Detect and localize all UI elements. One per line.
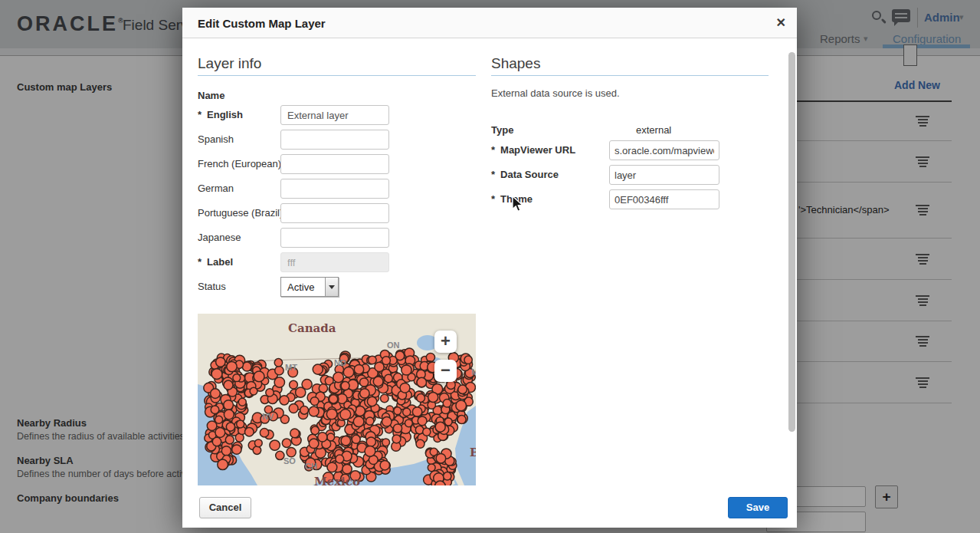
german-field[interactable] [280,179,389,199]
theme-field[interactable] [609,189,719,209]
field-label-japanese: Japanese [198,228,241,248]
field-label-text: Data Source [500,169,559,180]
map-zoom-in-button[interactable]: + [434,331,457,353]
field-label-label: *Label [198,252,233,272]
map-zoom-out-button[interactable]: − [434,360,457,382]
map-label-mt: MT [285,363,297,372]
map-label-on: ON [387,341,400,350]
status-select[interactable]: Active [280,277,339,297]
field-label-french: French (European) [198,154,281,174]
edit-custom-map-layer-dialog: Edit Custom Map Layer ✕ Layer info Name … [182,8,797,528]
status-value: Active [287,281,314,293]
save-button[interactable]: Save [728,497,788,518]
scrollbar-thumb[interactable] [788,52,795,432]
field-label-text: English [207,109,243,120]
japanese-field[interactable] [280,228,389,248]
data-source-label: *Data Source [491,165,559,185]
map-label-nv: NV [262,412,274,421]
map-label-b: B [470,446,476,459]
shapes-heading: Shapes [491,55,540,72]
type-label: Type [491,120,513,140]
label-field [280,252,389,272]
map-label-m: M [471,367,476,377]
required-asterisk: * [491,169,495,180]
type-value: external [636,120,671,140]
dialog-header: Edit Custom Map Layer ✕ [182,8,797,38]
french-field[interactable] [280,154,389,174]
portuguese-field[interactable] [280,203,389,223]
name-group-label: Name [198,86,225,106]
spanish-field[interactable] [280,130,389,150]
dialog-title: Edit Custom Map Layer [198,17,326,30]
heading-rule [491,75,769,76]
map-label-so: SO [284,456,296,466]
required-asterisk: * [491,193,495,205]
mouse-cursor [512,196,524,214]
layer-info-heading: Layer info [198,55,261,72]
field-label-spanish: Spanish [198,130,234,150]
map-label-ch: CH [305,462,317,471]
modal-scrollbar[interactable] [788,40,795,523]
map-label-nd: ND [334,358,346,367]
map-label-mexico: Mexico [314,475,360,485]
map-preview[interactable]: Canada ON ND MT NV SO CH Mexico B M + − [198,314,476,485]
close-icon[interactable]: ✕ [776,15,786,30]
data-source-field[interactable] [609,165,719,185]
required-asterisk: * [198,109,202,120]
required-asterisk: * [491,144,495,156]
field-label-text: Label [207,256,233,268]
select-arrow-icon[interactable] [325,278,338,296]
english-field[interactable] [280,105,389,125]
field-label-text: MapViewer URL [500,144,575,156]
cancel-button[interactable]: Cancel [199,497,251,518]
map-label-canada: Canada [288,321,336,335]
field-label-german: German [198,179,234,199]
external-source-note: External data source is used. [491,87,620,99]
field-label-english: *English [198,105,243,125]
mapviewer-url-field[interactable] [609,140,719,160]
field-label-portuguese: Portuguese (Brazil) [198,203,283,223]
mapviewer-url-label: *MapViewer URL [491,140,575,160]
field-label-status: Status [198,277,226,297]
required-asterisk: * [198,256,202,268]
heading-rule [198,75,476,76]
